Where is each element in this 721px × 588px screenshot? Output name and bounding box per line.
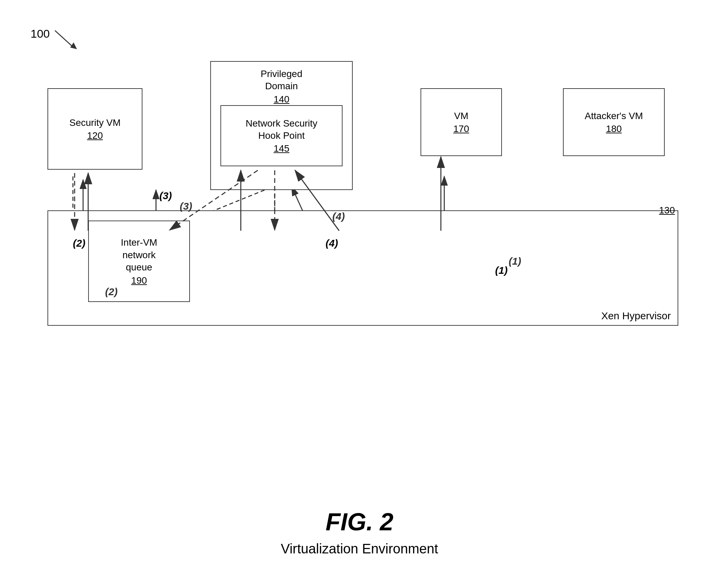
privileged-domain-ref: 140	[211, 94, 352, 105]
nshp-ref: 145	[274, 143, 290, 154]
vm-label: VM	[454, 110, 468, 122]
svg-line-9	[55, 31, 74, 48]
figure-caption: FIG. 2 Virtualization Environment	[281, 508, 438, 556]
security-vm-ref: 120	[87, 130, 103, 141]
intervm-label: Inter-VMnetworkqueue	[121, 236, 157, 273]
step-1-label: (1)	[495, 265, 508, 276]
xen-ref: 130	[659, 205, 675, 216]
ref-100-label: 100	[31, 27, 50, 40]
nshp-label: Network SecurityHook Point	[246, 117, 317, 142]
attacker-vm-ref: 180	[606, 124, 622, 134]
step-4-label: (4)	[326, 238, 338, 249]
diagram-container: 100 Security VM 120 PrivilegedDomain 140…	[20, 20, 699, 563]
fig-subtitle: Virtualization Environment	[281, 541, 438, 556]
xen-label: Xen Hypervisor	[601, 310, 671, 322]
fig-title: FIG. 2	[281, 508, 438, 536]
security-vm-label: Security VM	[70, 117, 121, 129]
step-3-label: (3)	[159, 190, 172, 202]
privileged-domain-label: PrivilegedDomain	[261, 69, 303, 91]
nshp-box: Network SecurityHook Point 145	[220, 105, 343, 166]
attacker-vm-box: Attacker's VM 180	[563, 88, 665, 156]
vm-box: VM 170	[421, 88, 502, 156]
intervm-queue-box: Inter-VMnetworkqueue 190	[88, 221, 190, 302]
intervm-ref: 190	[131, 275, 147, 286]
vm-ref: 170	[453, 124, 469, 134]
attacker-vm-label: Attacker's VM	[585, 110, 643, 122]
security-vm-box: Security VM 120	[47, 88, 142, 170]
step-2-label: (2)	[73, 238, 85, 249]
